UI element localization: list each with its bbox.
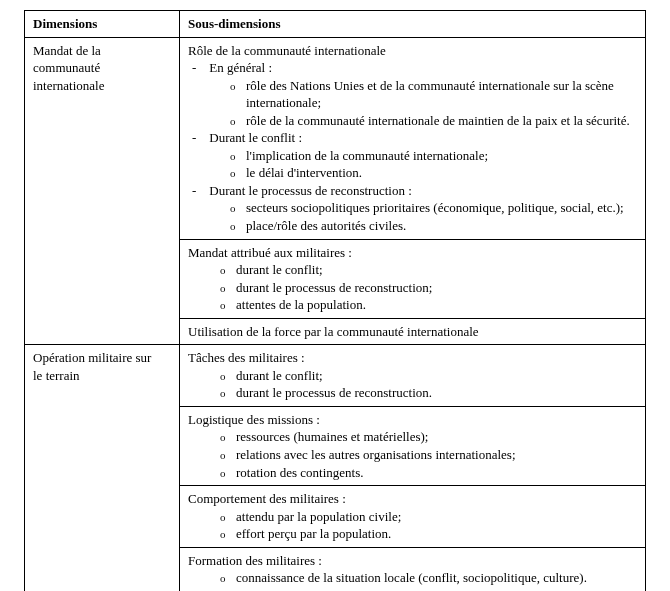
list-item: ressources (humaines et matérielles); [236, 428, 637, 446]
document-page: Dimensions Sous-dimensions Mandat de la … [0, 0, 670, 591]
list-item: attentes de la population. [236, 296, 637, 314]
subdimension-cell: Comportement des militaires : attendu pa… [180, 486, 646, 548]
list-item-label: En général : [209, 60, 272, 75]
sublist: attendu par la population civile; effort… [188, 508, 637, 543]
list-item: Durant le conflit : l'implication de la … [206, 129, 637, 182]
subdimension-cell: Utilisation de la force par la communaut… [180, 318, 646, 345]
subdimension-heading: Comportement des militaires : [188, 490, 637, 508]
list-item: En général : rôle des Nations Unies et d… [206, 59, 637, 129]
subdimension-heading: Rôle de la communauté internationale [188, 42, 637, 60]
dimension-title-line: internationale [33, 78, 104, 93]
subdimension-cell: Mandat attribué aux militaires : durant … [180, 239, 646, 318]
list-item-label: Durant le conflit : [209, 130, 302, 145]
list-item: durant le processus de reconstruction; [236, 279, 637, 297]
list-item: durant le conflit; [236, 367, 637, 385]
dimension-title-line: Mandat de la [33, 43, 101, 58]
subdimension-heading: Utilisation de la force par la communaut… [188, 323, 637, 341]
header-dimensions: Dimensions [25, 11, 180, 38]
subdimension-heading: Logistique des missions : [188, 411, 637, 429]
subdimension-heading: Formation des militaires : [188, 552, 637, 570]
dimension-title-line: communauté [33, 60, 100, 75]
subdimension-cell: Tâches des militaires : durant le confli… [180, 345, 646, 407]
sublist: durant le conflit; durant le processus d… [188, 261, 637, 314]
list-item-label: Durant le processus de reconstruction : [209, 183, 412, 198]
dimension-cell: Mandat de la communauté internationale [25, 37, 180, 345]
list-item: durant le conflit; [236, 261, 637, 279]
list-item: rotation des contingents. [236, 464, 637, 482]
list-item: rôle de la communauté internationale de … [246, 112, 637, 130]
dimension-cell: Opération militaire sur le terrain [25, 345, 180, 591]
list-item: connaissance de la situation locale (con… [236, 569, 637, 587]
dimension-title-line: Opération militaire sur [33, 350, 151, 365]
bullet-list: En général : rôle des Nations Unies et d… [188, 59, 637, 234]
sublist: secteurs sociopolitiques prioritaires (é… [206, 199, 637, 234]
list-item: le délai d'intervention. [246, 164, 637, 182]
table-header-row: Dimensions Sous-dimensions [25, 11, 646, 38]
sublist: connaissance de la situation locale (con… [188, 569, 637, 587]
table-row: Opération militaire sur le terrain Tâche… [25, 345, 646, 407]
subdimension-heading: Mandat attribué aux militaires : [188, 244, 637, 262]
subdimension-cell: Formation des militaires : connaissance … [180, 547, 646, 591]
table-row: Mandat de la communauté internationale R… [25, 37, 646, 239]
header-sous-dimensions: Sous-dimensions [180, 11, 646, 38]
list-item: durant le processus de reconstruction. [236, 384, 637, 402]
list-item: place/rôle des autorités civiles. [246, 217, 637, 235]
dimensions-table: Dimensions Sous-dimensions Mandat de la … [24, 10, 646, 591]
list-item: l'implication de la communauté internati… [246, 147, 637, 165]
sublist: durant le conflit; durant le processus d… [188, 367, 637, 402]
list-item: rôle des Nations Unies et de la communau… [246, 77, 637, 112]
dimension-title-line: le terrain [33, 368, 80, 383]
sublist: rôle des Nations Unies et de la communau… [206, 77, 637, 130]
subdimension-heading: Tâches des militaires : [188, 349, 637, 367]
list-item: attendu par la population civile; [236, 508, 637, 526]
sublist: ressources (humaines et matérielles); re… [188, 428, 637, 481]
list-item: secteurs sociopolitiques prioritaires (é… [246, 199, 637, 217]
sublist: l'implication de la communauté internati… [206, 147, 637, 182]
list-item: relations avec les autres organisations … [236, 446, 637, 464]
list-item: effort perçu par la population. [236, 525, 637, 543]
subdimension-cell: Logistique des missions : ressources (hu… [180, 406, 646, 485]
list-item: Durant le processus de reconstruction : … [206, 182, 637, 235]
subdimension-cell: Rôle de la communauté internationale En … [180, 37, 646, 239]
